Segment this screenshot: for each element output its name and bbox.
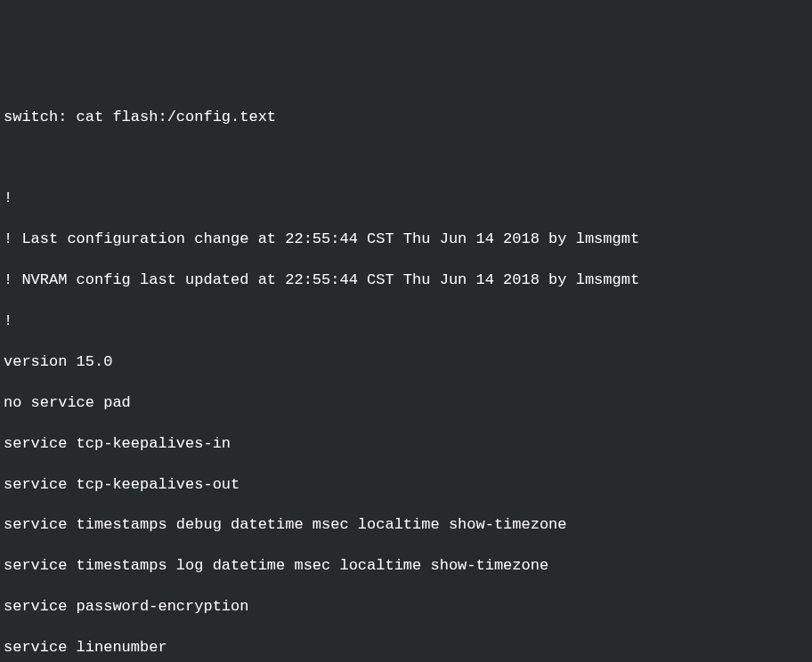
config-line: no service pad	[4, 393, 808, 414]
config-line: version 15.0	[4, 352, 808, 373]
config-line: service tcp-keepalives-out	[4, 475, 808, 496]
config-line: service tcp-keepalives-in	[4, 434, 808, 455]
config-line: ! NVRAM config last updated at 22:55:44 …	[4, 270, 808, 291]
config-line: !	[4, 189, 808, 209]
config-line: switch: cat flash:/config.text	[4, 108, 808, 128]
config-line: !	[4, 311, 808, 332]
terminal-output: switch: cat flash:/config.text ! ! Last …	[4, 87, 808, 662]
config-line: ! Last configuration change at 22:55:44 …	[4, 230, 808, 250]
config-line: service password-encryption	[4, 597, 808, 618]
config-line: service timestamps debug datetime msec l…	[4, 515, 808, 536]
config-line	[4, 149, 808, 169]
config-line: service timestamps log datetime msec loc…	[4, 556, 808, 577]
config-line: service linenumber	[4, 638, 808, 658]
